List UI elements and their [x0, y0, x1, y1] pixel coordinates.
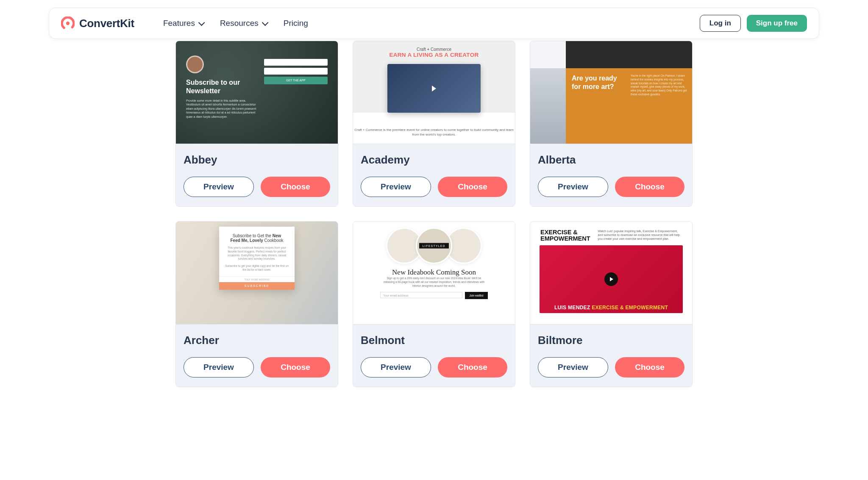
avatar — [186, 55, 204, 73]
template-name: Biltmore — [538, 334, 684, 347]
choose-button[interactable]: Choose — [261, 177, 330, 197]
convertkit-logo-icon — [61, 17, 75, 30]
choose-button[interactable]: Choose — [438, 177, 507, 197]
video-icon — [387, 64, 481, 113]
header-bar: ConvertKit Features Resources Pricing Lo… — [49, 8, 819, 39]
video-icon: LUIS MENDEZ EXERCISE & EMPOWERMENT — [540, 245, 683, 313]
template-grid: Subscribe to our Newsletter Provide some… — [120, 39, 748, 404]
signup-button[interactable]: Sign up free — [747, 15, 807, 32]
template-card-abbey: Subscribe to our Newsletter Provide some… — [175, 41, 338, 207]
template-card-archer: FEED ME, LOVELY Subscribe to Get the New… — [175, 221, 338, 387]
nav-features[interactable]: Features — [163, 19, 203, 28]
template-name: Abbey — [184, 153, 330, 166]
choose-button[interactable]: Choose — [615, 177, 684, 197]
preview-button[interactable]: Preview — [538, 177, 608, 197]
main-nav: Features Resources Pricing — [163, 19, 308, 28]
nav-pricing[interactable]: Pricing — [284, 19, 308, 28]
preview-button[interactable]: Preview — [184, 177, 254, 197]
preview-button[interactable]: Preview — [361, 357, 431, 377]
template-thumb: Craft + Commerce EARN A LIVING AS A CREA… — [353, 41, 515, 144]
template-card-academy: Craft + Commerce EARN A LIVING AS A CREA… — [353, 41, 515, 207]
choose-button[interactable]: Choose — [615, 357, 684, 377]
preview-button[interactable]: Preview — [538, 357, 608, 377]
template-card-alberta: Are you ready for more art? You're in th… — [530, 41, 693, 207]
choose-button[interactable]: Choose — [438, 357, 507, 377]
template-card-biltmore: EXERCISE &EMPOWERMENT Watch Luis' popula… — [530, 221, 693, 387]
header-actions: Log in Sign up free — [700, 15, 807, 32]
choose-button[interactable]: Choose — [261, 357, 330, 377]
template-thumb: FEED ME, LOVELY Subscribe to Get the New… — [176, 222, 338, 324]
preview-button[interactable]: Preview — [361, 177, 431, 197]
template-card-belmont: LIFESTYLED New Ideabook Coming Soon Sign… — [353, 221, 515, 387]
svg-point-1 — [66, 22, 70, 25]
play-icon — [604, 272, 618, 286]
template-thumb: Subscribe to our Newsletter Provide some… — [176, 41, 338, 144]
brand-logo[interactable]: ConvertKit — [61, 17, 134, 30]
template-name: Archer — [184, 334, 330, 347]
chevron-down-icon — [262, 19, 269, 26]
brand-name: ConvertKit — [79, 17, 134, 30]
template-thumb: EXERCISE &EMPOWERMENT Watch Luis' popula… — [530, 222, 692, 324]
template-thumb: LIFESTYLED New Ideabook Coming Soon Sign… — [353, 222, 515, 324]
preview-button[interactable]: Preview — [184, 357, 254, 377]
template-name: Academy — [361, 153, 507, 166]
nav-resources[interactable]: Resources — [220, 19, 267, 28]
login-button[interactable]: Log in — [700, 15, 741, 32]
template-name: Alberta — [538, 153, 684, 166]
chevron-down-icon — [198, 19, 205, 26]
template-name: Belmont — [361, 334, 507, 347]
template-thumb: Are you ready for more art? You're in th… — [530, 41, 692, 144]
